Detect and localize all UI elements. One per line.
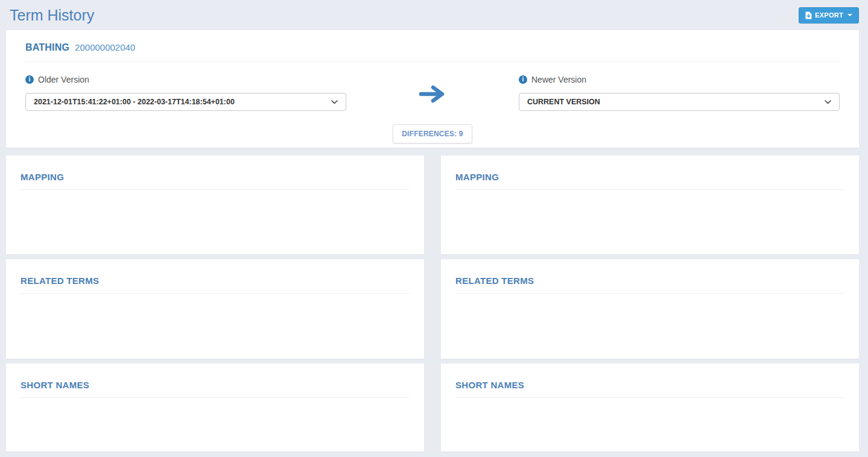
chevron-down-icon <box>825 100 831 104</box>
older-version-label: Older Version <box>38 75 89 84</box>
export-button[interactable]: EXPORT <box>799 7 859 24</box>
newer-version-column: i Newer Version CURRENT VERSION <box>519 75 840 111</box>
older-version-label-row: i Older Version <box>25 75 346 84</box>
older-version-selected-value: 2021-12-01T15:41:22+01:00 - 2022-03-17T1… <box>34 98 235 106</box>
export-file-download-icon <box>805 11 812 19</box>
compare-middle-column: DIFFERENCES: 9 <box>346 75 519 143</box>
panel-divider <box>455 189 844 190</box>
caret-down-icon <box>847 14 852 16</box>
older-version-select[interactable]: 2021-12-01T15:41:22+01:00 - 2022-03-17T1… <box>25 93 346 111</box>
info-circle-icon[interactable]: i <box>25 75 34 84</box>
page-title: Term History <box>10 7 94 24</box>
version-compare-row: i Older Version 2021-12-01T15:41:22+01:0… <box>25 75 840 143</box>
panel-related-terms-older: RELATED TERMS <box>6 259 424 359</box>
newer-version-label-row: i Newer Version <box>519 75 840 84</box>
panel-divider <box>455 397 844 398</box>
panel-divider <box>21 397 410 398</box>
page-header: Term History EXPORT <box>0 0 868 30</box>
comparison-panels-grid: MAPPING MAPPING RELATED TERMS RELATED TE… <box>6 156 859 452</box>
panel-title-related-terms: RELATED TERMS <box>455 276 844 286</box>
panel-title-mapping: MAPPING <box>21 172 410 182</box>
differences-badge: DIFFERENCES: 9 <box>393 124 472 143</box>
panel-title-short-names: SHORT NAMES <box>21 380 410 390</box>
term-history-page: Term History EXPORT BATHING 200000002040 <box>0 0 868 452</box>
term-name: BATHING <box>25 42 69 53</box>
export-button-label: EXPORT <box>815 11 843 19</box>
chevron-down-icon <box>331 100 338 104</box>
info-circle-icon[interactable]: i <box>519 75 527 84</box>
panel-title-short-names: SHORT NAMES <box>455 380 844 390</box>
panel-mapping-older: MAPPING <box>6 156 424 254</box>
panel-divider <box>21 189 410 190</box>
newer-version-label: Newer Version <box>531 75 586 84</box>
panel-divider <box>21 293 410 294</box>
term-id: 200000002040 <box>75 42 135 52</box>
panel-title-mapping: MAPPING <box>455 172 844 182</box>
panel-short-names-older: SHORT NAMES <box>6 364 424 452</box>
panel-title-related-terms: RELATED TERMS <box>21 276 410 286</box>
term-heading-divider <box>25 61 840 62</box>
term-compare-card: BATHING 200000002040 i Older Version 202… <box>6 30 859 148</box>
arrow-right-icon <box>419 84 446 106</box>
page-content: BATHING 200000002040 i Older Version 202… <box>0 30 868 452</box>
term-heading: BATHING 200000002040 <box>25 42 840 53</box>
newer-version-selected-value: CURRENT VERSION <box>527 98 600 106</box>
panel-short-names-newer: SHORT NAMES <box>441 364 859 452</box>
older-version-column: i Older Version 2021-12-01T15:41:22+01:0… <box>25 75 346 111</box>
panel-related-terms-newer: RELATED TERMS <box>441 259 859 359</box>
panel-divider <box>455 293 844 294</box>
panel-mapping-newer: MAPPING <box>441 156 859 254</box>
newer-version-select[interactable]: CURRENT VERSION <box>519 93 840 111</box>
